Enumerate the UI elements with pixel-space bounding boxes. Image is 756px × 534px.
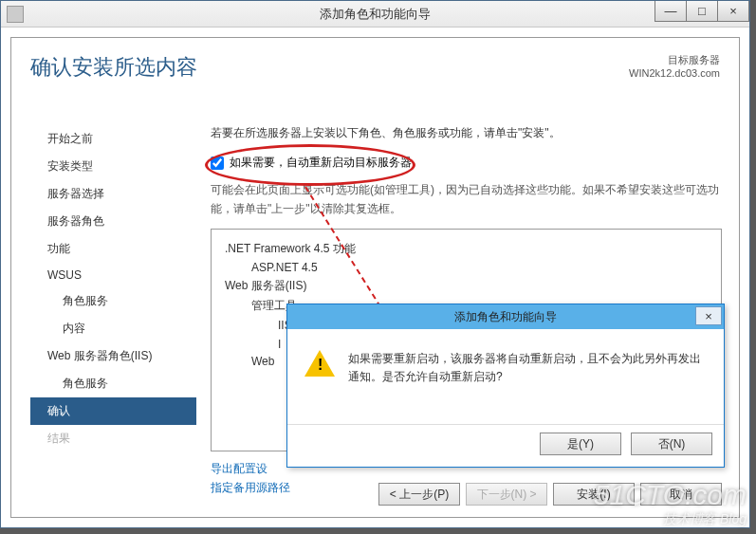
window-buttons: — □ × <box>655 1 749 22</box>
prev-button[interactable]: < 上一步(P) <box>378 483 460 506</box>
step-results: 结果 <box>30 425 196 452</box>
yes-button[interactable]: 是(Y) <box>540 433 621 455</box>
target-label: 目标服务器 <box>629 53 720 67</box>
next-button: 下一步(N) > <box>466 483 547 506</box>
step-features[interactable]: 功能 <box>30 235 196 263</box>
description-text: 若要在所选服务器上安装以下角色、角色服务或功能，请单击"安装"。 <box>211 125 722 141</box>
wizard-footer: < 上一步(P) 下一步(N) > 安装(I) 取消 <box>378 483 722 506</box>
step-wsus[interactable]: WSUS <box>30 263 196 287</box>
step-before-begin[interactable]: 开始之前 <box>30 125 196 153</box>
restart-checkbox-row: 如果需要，自动重新启动目标服务器 <box>211 155 722 171</box>
dialog-close-button[interactable]: × <box>695 306 722 325</box>
inner-panel: 确认安装所选内容 目标服务器 WIN2k12.dc03.com 开始之前 安装类… <box>10 37 740 518</box>
wizard-window: 添加角色和功能向导 — □ × 确认安装所选内容 目标服务器 WIN2k12.d… <box>0 0 750 528</box>
dialog-footer: 是(Y) 否(N) <box>287 424 724 467</box>
page-heading: 确认安装所选内容 <box>30 53 197 82</box>
step-install-type[interactable]: 安装类型 <box>30 153 196 180</box>
target-value: WIN2k12.dc03.com <box>629 67 720 79</box>
step-wsus-roleservices[interactable]: 角色服务 <box>30 287 196 315</box>
maximize-button[interactable]: □ <box>686 1 718 22</box>
dialog-titlebar[interactable]: 添加角色和功能向导 × <box>287 304 724 329</box>
client-area: 确认安装所选内容 目标服务器 WIN2k12.dc03.com 开始之前 安装类… <box>1 28 749 527</box>
step-confirmation[interactable]: 确认 <box>30 397 196 425</box>
auto-restart-label: 如果需要，自动重新启动目标服务器 <box>230 155 412 171</box>
step-iis[interactable]: Web 服务器角色(IIS) <box>30 342 196 370</box>
auto-restart-checkbox[interactable] <box>211 157 224 170</box>
list-item: .NET Framework 4.5 功能 <box>225 241 708 257</box>
close-button[interactable]: × <box>717 1 749 22</box>
list-item: ASP.NET 4.5 <box>251 261 708 274</box>
dialog-message: 如果需要重新启动，该服务器将自动重新启动，且不会为此另外再发出通知。是否允许自动… <box>348 350 707 409</box>
titlebar[interactable]: 添加角色和功能向导 — □ × <box>1 1 749 28</box>
no-button[interactable]: 否(N) <box>631 433 712 455</box>
window-title: 添加角色和功能向导 <box>320 6 431 23</box>
cancel-button[interactable]: 取消 <box>640 483 722 506</box>
warning-icon: ! <box>304 350 335 377</box>
install-button[interactable]: 安装(I) <box>553 483 635 506</box>
step-iis-roleservices[interactable]: 角色服务 <box>30 370 196 397</box>
wizard-steps: 开始之前 安装类型 服务器选择 服务器角色 功能 WSUS 角色服务 内容 We… <box>30 125 196 452</box>
dialog-title: 添加角色和功能向导 <box>454 309 557 325</box>
minimize-button[interactable]: — <box>655 1 687 22</box>
target-server: 目标服务器 WIN2k12.dc03.com <box>629 53 720 79</box>
step-server-selection[interactable]: 服务器选择 <box>30 180 196 208</box>
dialog-body: ! 如果需要重新启动，该服务器将自动重新启动，且不会为此另外再发出通知。是否允许… <box>287 329 724 424</box>
list-item: Web 服务器(IIS) <box>225 278 708 294</box>
step-wsus-content[interactable]: 内容 <box>30 315 196 342</box>
restart-confirm-dialog: 添加角色和功能向导 × ! 如果需要重新启动，该服务器将自动重新启动，且不会为此… <box>286 304 725 468</box>
step-server-roles[interactable]: 服务器角色 <box>30 208 196 235</box>
optional-features-note: 可能会在此页面上显示可选功能(如管理工具)，因为已自动选择这些功能。如果不希望安… <box>211 180 722 219</box>
app-icon <box>7 6 24 23</box>
